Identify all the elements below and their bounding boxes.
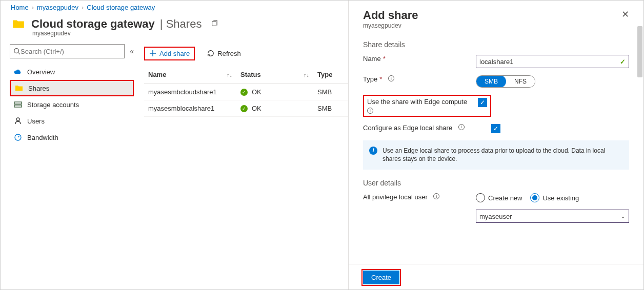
panel-title: Add share [363, 9, 418, 22]
search-input[interactable] [21, 48, 121, 55]
svg-point-5 [16, 118, 19, 121]
info-icon[interactable]: i [367, 108, 373, 114]
section-share-details: Share details [363, 40, 629, 49]
folder-icon [11, 17, 26, 31]
col-header-name[interactable]: Name↑↓ [148, 71, 240, 78]
check-circle-icon: ✓ [240, 89, 248, 96]
create-button[interactable]: Create [363, 271, 399, 284]
valid-check-icon: ✓ [620, 58, 626, 66]
sidebar-item-label: Storage accounts [27, 101, 79, 109]
cell-type: SMB [317, 105, 348, 112]
search-icon [13, 48, 21, 55]
user-icon [14, 117, 22, 125]
cloud-icon [14, 68, 22, 76]
name-label: Name* [363, 55, 476, 68]
cell-name: myasesmbcloudshare1 [148, 88, 240, 96]
svg-rect-4 [14, 105, 22, 107]
svg-point-1 [14, 49, 19, 53]
chevron-right-icon: › [32, 4, 34, 11]
info-icon[interactable]: i [433, 193, 439, 199]
panel-subtitle: myasegpudev [363, 22, 418, 29]
info-icon[interactable]: i [388, 75, 394, 81]
type-toggle[interactable]: SMB NFS [476, 75, 535, 88]
section-user-details: User details [363, 179, 629, 187]
edge-local-label: Configure as Edge local share i [363, 124, 491, 133]
refresh-icon [207, 50, 214, 57]
user-dropdown[interactable]: myaseuser ⌄ [476, 210, 629, 223]
cell-type: SMB [317, 88, 348, 96]
sidebar-item-users[interactable]: Users [10, 113, 134, 129]
gauge-icon [14, 133, 22, 141]
add-share-label: Add share [159, 50, 190, 57]
close-icon[interactable]: ✕ [621, 9, 629, 20]
page-section: | Shares [160, 17, 202, 31]
radio-create-new[interactable]: Create new [476, 193, 522, 202]
refresh-label: Refresh [217, 50, 241, 57]
name-value: localshare1 [479, 58, 514, 66]
info-banner: Use an Edge local share to process data … [363, 140, 629, 170]
page-title: Cloud storage gateway [31, 17, 155, 31]
svg-line-2 [18, 53, 21, 55]
svg-rect-0 [212, 21, 216, 26]
scrollbar[interactable] [637, 26, 642, 77]
all-priv-label: All privilege local user i [363, 193, 476, 202]
info-icon[interactable]: i [458, 124, 465, 130]
user-selected: myaseuser [479, 213, 512, 220]
breadcrumb-home[interactable]: Home [11, 4, 29, 11]
radio-use-existing[interactable]: Use existing [530, 193, 579, 202]
sidebar-item-shares[interactable]: Shares [10, 80, 134, 96]
cell-name: myasesmblocalshare1 [148, 105, 240, 112]
storage-icon [14, 100, 22, 109]
sort-icon: ↑↓ [304, 72, 309, 78]
cell-status: ✓OK [240, 105, 317, 112]
edge-compute-checkbox[interactable]: ✓ [478, 98, 487, 107]
add-share-panel: Add share myasegpudev ✕ Share details Na… [348, 1, 643, 290]
svg-rect-3 [14, 102, 22, 104]
sidebar-item-label: Overview [27, 68, 55, 76]
type-nfs[interactable]: NFS [506, 75, 535, 88]
plus-icon [149, 50, 156, 57]
chevron-down-icon: ⌄ [620, 213, 626, 220]
sidebar-item-bandwidth[interactable]: Bandwidth [10, 129, 134, 146]
refresh-button[interactable]: Refresh [203, 48, 245, 59]
sidebar-item-storage[interactable]: Storage accounts [10, 96, 134, 113]
sidebar-item-label: Shares [28, 85, 49, 92]
breadcrumb-device[interactable]: myasegpudev [37, 4, 78, 11]
add-share-button[interactable]: Add share [144, 47, 195, 60]
copy-icon[interactable] [211, 20, 218, 29]
breadcrumb-page[interactable]: Cloud storage gateway [87, 4, 155, 11]
col-header-status[interactable]: Status↑↓ [240, 71, 317, 78]
sidebar-item-overview[interactable]: Overview [10, 64, 134, 80]
search-box[interactable] [10, 44, 125, 58]
sidebar-item-label: Users [27, 117, 45, 125]
collapse-sidebar-icon[interactable]: « [130, 47, 134, 55]
chevron-right-icon: › [82, 4, 84, 11]
sort-icon: ↑↓ [227, 72, 232, 78]
sidebar: « Overview Shares Storage accounts Users… [1, 44, 139, 146]
sidebar-item-label: Bandwidth [27, 134, 58, 141]
type-smb[interactable]: SMB [476, 75, 506, 88]
cell-status: ✓OK [240, 88, 317, 96]
edge-compute-label: Use the share with Edge compute [367, 98, 467, 106]
folder-small-icon [15, 84, 23, 92]
type-label: Type* i [363, 75, 476, 88]
col-header-type[interactable]: Type [317, 71, 348, 78]
name-input[interactable]: localshare1 ✓ [476, 55, 629, 68]
edge-local-checkbox[interactable]: ✓ [491, 124, 500, 133]
check-circle-icon: ✓ [240, 105, 248, 112]
